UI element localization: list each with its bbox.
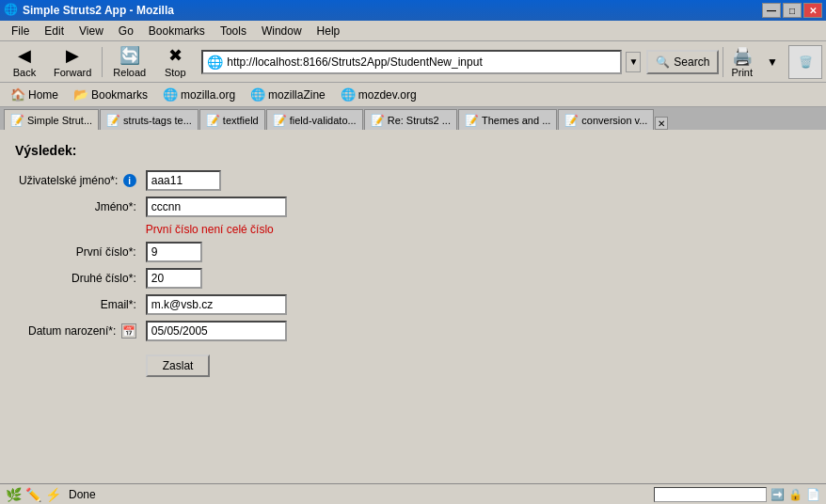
first-number-input[interactable]	[146, 242, 202, 262]
menu-tools[interactable]: Tools	[213, 21, 254, 40]
toolbar: ◀ Back ▶ Forward 🔄 Reload ✖ Stop 🌐 ▼ 🔍 S…	[0, 41, 826, 83]
second-number-input[interactable]	[146, 268, 202, 289]
first-number-cell	[142, 239, 291, 265]
bookmarks-icon: 📂	[73, 87, 88, 102]
bookmarks-bar: 🏠 Home 📂 Bookmarks 🌐 mozilla.org 🌐 mozil…	[0, 83, 826, 107]
status-icon-1[interactable]: 🌿	[6, 487, 22, 502]
bookmark-bookmarks-label: Bookmarks	[91, 88, 148, 102]
printer-icon: 🖨️	[732, 46, 753, 67]
forward-icon: ▶	[66, 45, 79, 66]
tab-4-label: Re: Struts2 ...	[388, 115, 451, 126]
window-title: Simple Struts2 App - Mozilla	[23, 4, 762, 17]
mozdev-icon: 🌐	[341, 87, 356, 102]
tab-themes[interactable]: 📝 Themes and ...	[458, 109, 557, 130]
reload-button[interactable]: 🔄 Reload	[106, 44, 152, 80]
stop-icon: ✖	[168, 45, 183, 66]
second-number-label: Druhé číslo*:	[15, 265, 142, 291]
search-label: Search	[674, 55, 709, 69]
submit-button[interactable]: Zaslat	[146, 354, 211, 377]
username-label: Uživatelské jméno*: i	[15, 167, 142, 194]
first-number-label: První číslo*:	[15, 239, 142, 265]
toolbar-separator-2	[723, 47, 723, 77]
menu-view[interactable]: View	[71, 21, 111, 40]
bookmark-mozdev[interactable]: 🌐 mozdev.org	[334, 85, 423, 104]
submit-row: Zaslat	[15, 344, 291, 380]
tab-field-validator[interactable]: 📝 field-validato...	[266, 109, 363, 130]
reload-icon: 🔄	[119, 45, 140, 66]
status-search-input[interactable]	[654, 487, 767, 502]
tabs-bar: 📝 Simple Strut... 📝 struts-tags te... 📝 …	[0, 107, 826, 132]
menu-bar: File Edit View Go Bookmarks Tools Window…	[0, 21, 826, 41]
error-row: První číslo není celé číslo	[15, 220, 291, 239]
tab-2-icon: 📝	[206, 114, 220, 127]
tab-textfield[interactable]: 📝 textfield	[199, 109, 265, 130]
menu-go[interactable]: Go	[111, 21, 141, 40]
address-input[interactable]	[227, 55, 616, 69]
title-bar: 🌐 Simple Struts2 App - Mozilla — □ ✕	[0, 0, 826, 21]
email-cell	[142, 291, 291, 318]
menu-edit[interactable]: Edit	[37, 21, 71, 40]
address-dropdown[interactable]: ▼	[626, 52, 641, 72]
status-icon-3[interactable]: ⚡	[45, 487, 61, 502]
address-icon: 🌐	[207, 55, 223, 70]
bookmark-mozillazine[interactable]: 🌐 mozillaZine	[244, 85, 332, 104]
tab-4-icon: 📝	[371, 114, 385, 127]
birthdate-input[interactable]	[146, 321, 287, 341]
address-input-wrap: 🌐	[201, 50, 622, 74]
bookmark-bookmarks[interactable]: 📂 Bookmarks	[67, 85, 154, 104]
second-number-row: Druhé číslo*:	[15, 265, 291, 291]
status-right-icon-3[interactable]: 📄	[806, 488, 820, 501]
calendar-icon[interactable]: 📅	[121, 323, 136, 339]
status-right: ➡️ 🔒 📄	[654, 487, 820, 502]
menu-bookmarks[interactable]: Bookmarks	[141, 21, 213, 40]
stop-button[interactable]: ✖ Stop	[154, 44, 196, 80]
tab-struts-tags[interactable]: 📝 struts-tags te...	[100, 109, 199, 130]
back-button[interactable]: ◀ Back	[4, 44, 45, 80]
status-text: Done	[69, 488, 646, 501]
tab-struts2-re[interactable]: 📝 Re: Struts2 ...	[364, 109, 457, 130]
menu-file[interactable]: File	[4, 21, 37, 40]
tab-close-button[interactable]: ✕	[655, 117, 668, 130]
close-button[interactable]: ✕	[803, 3, 822, 18]
status-right-icon-2[interactable]: 🔒	[788, 488, 802, 501]
tab-5-icon: 📝	[465, 114, 479, 127]
email-input[interactable]	[146, 294, 287, 315]
tab-simple-struts[interactable]: 📝 Simple Strut...	[4, 109, 99, 130]
stop-label: Stop	[165, 67, 186, 78]
home-icon: 🏠	[10, 87, 25, 102]
tab-0-label: Simple Strut...	[27, 115, 92, 126]
firstname-row: Jméno*:	[15, 194, 291, 220]
username-input[interactable]	[146, 170, 221, 191]
firstname-label: Jméno*:	[15, 194, 142, 220]
print-button[interactable]: 🖨️ Print	[727, 44, 756, 80]
menu-help[interactable]: Help	[310, 21, 348, 40]
maximize-button[interactable]: □	[783, 3, 802, 18]
search-button[interactable]: 🔍 Search	[646, 50, 719, 74]
forward-button[interactable]: ▶ Forward	[47, 44, 98, 80]
error-cell: První číslo není celé číslo	[142, 220, 291, 239]
bookmark-home[interactable]: 🏠 Home	[4, 85, 65, 104]
firstname-input[interactable]	[146, 197, 287, 217]
username-info-icon[interactable]: i	[123, 174, 136, 187]
window-controls: — □ ✕	[762, 3, 822, 18]
status-bar: 🌿 ✏️ ⚡ Done ➡️ 🔒 📄	[0, 483, 826, 504]
app-icon: 🌐	[4, 3, 19, 18]
status-icon-2[interactable]: ✏️	[25, 487, 41, 502]
birthdate-row: Datum narození*: 📅	[15, 318, 291, 344]
search-icon: 🔍	[656, 55, 670, 69]
tab-3-label: field-validato...	[290, 115, 357, 126]
tab-0-icon: 📝	[10, 114, 24, 127]
tab-conversion[interactable]: 📝 conversion v...	[558, 109, 654, 130]
status-right-icon-1[interactable]: ➡️	[770, 488, 785, 501]
tab-1-label: struts-tags te...	[123, 115, 192, 126]
tab-3-icon: 📝	[273, 114, 287, 127]
tab-2-label: textfield	[223, 115, 259, 126]
back-icon: ◀	[18, 45, 31, 66]
minimize-button[interactable]: —	[762, 3, 781, 18]
print-dropdown[interactable]: ▼	[758, 55, 786, 69]
menu-window[interactable]: Window	[254, 21, 310, 40]
tab-5-label: Themes and ...	[482, 115, 550, 126]
toolbar-separator-1	[102, 47, 103, 77]
first-number-row: První číslo*:	[15, 239, 291, 265]
bookmark-mozilla-org[interactable]: 🌐 mozilla.org	[156, 85, 242, 104]
